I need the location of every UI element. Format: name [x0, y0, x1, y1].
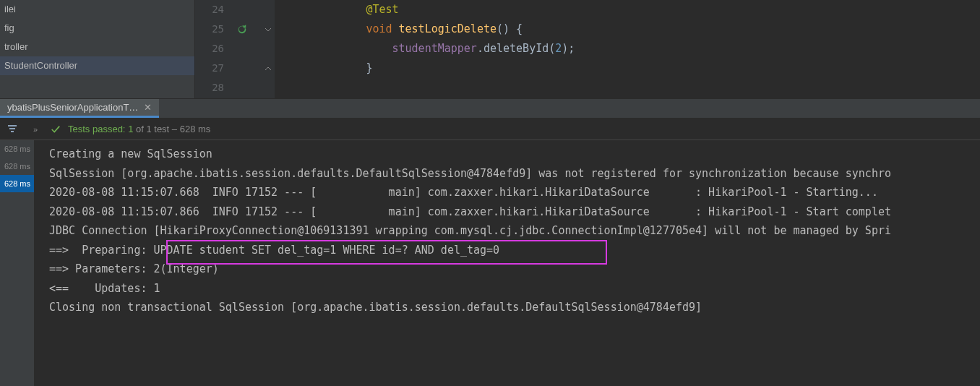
code-line[interactable]: @Test — [288, 0, 980, 20]
line-number: 26 — [195, 39, 224, 59]
tree-item[interactable]: fig — [0, 19, 194, 38]
code-line[interactable]: } — [288, 59, 980, 78]
code-line[interactable]: studentMapper.deleteById(2); — [288, 39, 980, 59]
project-sidebar[interactable]: ilei fig troller StudentController — [0, 0, 195, 98]
code-editor[interactable]: 24 25 26 27 28 — [195, 0, 980, 98]
run-tab-label: ybatisPlusSeniorApplicationT… — [7, 102, 138, 113]
recycle-icon[interactable] — [237, 25, 247, 35]
console-area: 628 ms 628 ms 628 ms Creating a new SqlS… — [0, 140, 980, 386]
console-line: Creating a new SqlSession — [49, 145, 980, 164]
gutter-icons — [234, 0, 275, 98]
console-line: <== Updates: 1 — [49, 279, 980, 299]
expand-icon[interactable]: » — [27, 121, 43, 137]
console-line: 2020-08-08 11:15:07.866 INFO 17152 --- [… — [49, 202, 980, 222]
line-number-gutter: 24 25 26 27 28 — [195, 0, 234, 98]
code-line[interactable] — [288, 78, 980, 98]
fold-close-icon[interactable] — [265, 65, 272, 72]
console-line: ==> Preparing: UPDATE student SET del_ta… — [49, 241, 980, 260]
run-tab-bar: ybatisPlusSeniorApplicationT… ✕ — [0, 98, 980, 119]
tests-passed-text: Tests passed: 1 of 1 test – 628 ms — [68, 124, 210, 134]
svg-rect-0 — [8, 125, 17, 126]
console-output[interactable]: Creating a new SqlSession SqlSession [or… — [35, 140, 980, 386]
console-line: SqlSession [org.apache.ibatis.session.de… — [49, 164, 980, 184]
editor-area: ilei fig troller StudentController 24 25… — [0, 0, 980, 98]
test-time-row[interactable]: 628 ms — [0, 140, 34, 158]
tree-item[interactable]: troller — [0, 38, 194, 56]
console-line: 2020-08-08 11:15:07.668 INFO 17152 --- [… — [49, 183, 980, 202]
test-time-row[interactable]: 628 ms — [0, 175, 34, 192]
svg-rect-1 — [9, 128, 15, 129]
test-tree-times[interactable]: 628 ms 628 ms 628 ms — [0, 140, 35, 386]
code-body[interactable]: @Test void testLogicDelete() { studentMa… — [275, 0, 980, 98]
console-line: ==> Parameters: 2(Integer) — [49, 260, 980, 279]
line-number: 28 — [195, 78, 224, 98]
fold-open-icon[interactable] — [265, 26, 272, 33]
run-tab[interactable]: ybatisPlusSeniorApplicationT… ✕ — [0, 99, 159, 118]
tree-item[interactable]: ilei — [0, 0, 194, 19]
close-icon[interactable]: ✕ — [144, 103, 152, 112]
test-time-row[interactable]: 628 ms — [0, 158, 34, 175]
svg-rect-2 — [11, 131, 14, 132]
check-icon — [51, 124, 61, 134]
filter-icon[interactable] — [4, 121, 20, 137]
line-number: 24 — [195, 0, 224, 20]
code-line[interactable]: void testLogicDelete() { — [288, 20, 980, 39]
line-number: 25 — [195, 20, 224, 39]
console-line: Closing non transactional SqlSession [or… — [49, 298, 980, 317]
tree-item[interactable]: StudentController — [0, 56, 194, 75]
console-line: JDBC Connection [HikariProxyConnection@1… — [49, 221, 980, 241]
line-number: 27 — [195, 59, 224, 78]
test-status-bar: » Tests passed: 1 of 1 test – 628 ms — [0, 119, 980, 140]
